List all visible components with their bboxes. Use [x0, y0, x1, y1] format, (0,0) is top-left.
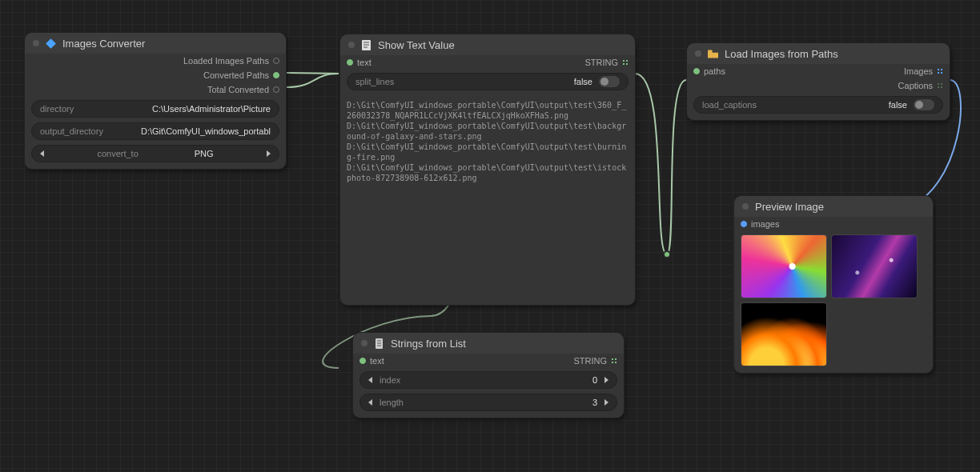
field-value: D:\Git\ComfyUI_windows_portabl	[141, 126, 271, 136]
input-pin-paths[interactable]	[693, 68, 700, 74]
preview-grid	[734, 231, 933, 373]
text-output-body: D:\Git\ComfyUI_windows_portable\ComfyUI\…	[347, 100, 629, 183]
convert-to-selector[interactable]: convert_to PNG	[31, 145, 279, 162]
output-converted-paths: Converted Paths	[203, 70, 269, 80]
preview-thumbnail[interactable]	[741, 234, 827, 298]
svg-rect-9	[708, 50, 713, 52]
field-value: false	[574, 77, 592, 86]
output-pin-string[interactable]	[611, 358, 617, 364]
output-total-converted: Total Converted	[207, 85, 269, 94]
field-value: PNG	[195, 149, 214, 158]
input-pin-text[interactable]	[359, 358, 366, 364]
output-pin[interactable]	[273, 58, 279, 64]
node-show-text-value[interactable]: Show Text Value text STRING split_lines …	[339, 34, 636, 306]
node-images-converter[interactable]: Images Converter Loaded Images Paths Con…	[24, 32, 287, 170]
node-load-images-from-paths[interactable]: Load Images from Paths paths Images Capt…	[686, 42, 950, 121]
output-pin[interactable]	[273, 86, 279, 93]
output-type: STRING	[584, 58, 618, 67]
node-title: Strings from List	[391, 338, 466, 350]
field-label: output_directory	[40, 126, 103, 136]
node-preview-image[interactable]: Preview Image images	[733, 195, 934, 374]
input-paths: paths	[704, 66, 725, 76]
output-captions: Captions	[898, 81, 933, 90]
toggle-switch[interactable]	[914, 99, 934, 110]
diamond-icon	[46, 38, 56, 49]
output-pin[interactable]	[273, 72, 279, 78]
arrow-left-icon[interactable]	[368, 399, 372, 406]
field-label: convert_to	[97, 149, 138, 158]
output-pin-images[interactable]	[937, 68, 943, 74]
node-title: Preview Image	[755, 201, 824, 213]
field-label: load_captions	[702, 100, 757, 110]
node-title-bar[interactable]: Preview Image	[734, 196, 933, 217]
document-icon	[361, 40, 372, 50]
output-loaded-paths: Loaded Images Paths	[183, 56, 269, 66]
arrow-left-icon[interactable]	[368, 377, 372, 383]
output-pin-captions[interactable]	[937, 82, 943, 89]
node-title-bar[interactable]: Images Converter	[25, 33, 286, 54]
field-value: 3	[592, 398, 597, 407]
arrow-right-icon[interactable]	[604, 377, 608, 383]
field-value: false	[889, 100, 907, 110]
arrow-left-icon[interactable]	[40, 150, 44, 157]
node-title-bar[interactable]: Load Images from Paths	[687, 43, 950, 64]
link-junction	[663, 250, 671, 258]
svg-rect-0	[46, 38, 56, 49]
output-images: Images	[904, 66, 933, 76]
field-value: 0	[592, 375, 597, 385]
node-title-bar[interactable]: Strings from List	[353, 333, 624, 354]
node-title: Show Text Value	[378, 39, 455, 51]
collapse-dot[interactable]	[742, 203, 749, 210]
collapse-dot[interactable]	[361, 340, 368, 346]
arrow-right-icon[interactable]	[604, 399, 608, 406]
node-title: Images Converter	[62, 38, 145, 50]
output-type: STRING	[573, 356, 607, 366]
list-icon	[374, 338, 384, 349]
node-title-bar[interactable]: Show Text Value	[340, 34, 635, 55]
output-directory-field[interactable]: output_directory D:\Git\ComfyUI_windows_…	[31, 122, 279, 140]
output-pin-string[interactable]	[622, 59, 629, 66]
input-pin-images[interactable]	[741, 221, 747, 227]
input-text: text	[370, 356, 384, 366]
field-label: directory	[40, 104, 74, 114]
input-images: images	[751, 219, 779, 229]
field-label: split_lines	[355, 77, 394, 86]
toggle-switch[interactable]	[599, 76, 620, 87]
node-title: Load Images from Paths	[725, 48, 838, 60]
collapse-dot[interactable]	[33, 40, 39, 46]
directory-field[interactable]: directory C:\Users\Administrator\Picture	[31, 100, 279, 118]
folder-icon	[708, 49, 718, 59]
preview-thumbnail[interactable]	[741, 302, 827, 366]
input-text: text	[357, 58, 372, 67]
field-label: length	[380, 398, 404, 407]
collapse-dot[interactable]	[695, 50, 701, 57]
field-value: C:\Users\Administrator\Picture	[152, 104, 271, 114]
collapse-dot[interactable]	[348, 42, 355, 48]
input-pin-text[interactable]	[347, 59, 353, 66]
preview-thumbnail[interactable]	[831, 234, 918, 298]
field-label: index	[380, 375, 400, 385]
load-captions-toggle[interactable]: load_captions false	[693, 96, 943, 114]
arrow-right-icon[interactable]	[267, 150, 271, 157]
split-lines-toggle[interactable]: split_lines false	[347, 73, 629, 90]
node-strings-from-list[interactable]: Strings from List text STRING index 0 le…	[352, 332, 625, 418]
length-stepper[interactable]: length 3	[359, 394, 617, 411]
index-stepper[interactable]: index 0	[359, 371, 617, 389]
